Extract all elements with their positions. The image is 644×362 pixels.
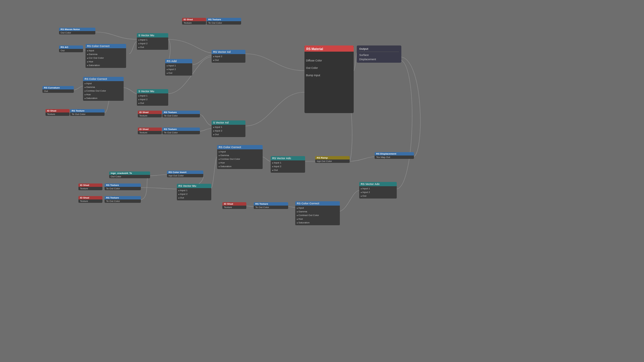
id-shad-mid-sub: Texture bbox=[46, 112, 70, 116]
rs-ao-sub: Out bbox=[59, 49, 83, 52]
id-shad-mid3-sub: Texture bbox=[138, 131, 162, 134]
rs-vector-add1-header: RS Vector Ad bbox=[212, 50, 245, 54]
rs-texture-bot2-node[interactable]: RS Texture Te Out Color bbox=[105, 196, 141, 203]
s-vector-mu1-body: Input 1Input 2Out bbox=[137, 37, 168, 50]
id-shad-mid-header: ID Shad bbox=[46, 109, 70, 112]
id-shad-bot2-sub: Texture bbox=[78, 199, 102, 203]
id-shad-mid3-header: ID Shad bbox=[138, 128, 162, 131]
rs-color-invert-node[interactable]: RS Color Invert Inpi Out Color bbox=[167, 171, 203, 177]
output-node-header: Output bbox=[359, 47, 399, 52]
rs-texture-mid-sub: Te Out Color bbox=[70, 112, 105, 116]
rs-maxon-noise-sub: Out Color bbox=[59, 31, 95, 34]
rs-vector-add3-body: Input 1Input 2Out bbox=[271, 160, 305, 173]
s-vector-mu3-node[interactable]: RS Vector Mu Input 1Input 2Out bbox=[177, 184, 211, 200]
s-vector-mu2-body: Input 1Input 2Out bbox=[137, 93, 168, 106]
rs-color-correct3-header: RS Color Correct bbox=[217, 145, 263, 149]
rs-texture-bot2-header: RS Texture bbox=[105, 196, 141, 199]
s-vector-mu1-header: S Vector Mu bbox=[137, 33, 168, 37]
rs-texture-mid2-node[interactable]: RS Texture Te Out Color bbox=[162, 111, 200, 117]
rs-texture-bot1-sub: Te Out Color bbox=[105, 187, 141, 190]
rs-texture-bot1-node[interactable]: RS Texture Te Out Color bbox=[105, 183, 141, 190]
s-vector-mu3-header: RS Vector Mu bbox=[177, 184, 211, 188]
id-shad-top-sub: Texture bbox=[182, 21, 206, 25]
rs-texture-top-header: RS Texture bbox=[207, 18, 241, 21]
rs-add-node[interactable]: RS Add Input 1Input 2Out bbox=[165, 59, 192, 76]
rs-displacement-sub: Tex Map Out bbox=[375, 155, 414, 159]
s-vector-mu2-header: S Vector Mu bbox=[137, 89, 168, 93]
rs-color-correct4-body: InputGammaContrast Out ColorHueSaturatio… bbox=[295, 206, 340, 225]
rs-vector-add4-node[interactable]: RS Vector Adc Input 1Input 2Out bbox=[359, 182, 397, 199]
id-shad-bot2-node[interactable]: ID Shad Texture bbox=[78, 196, 102, 203]
rs-texture-mid-header: RS Texture bbox=[70, 109, 105, 112]
rs-texture-bot1-header: RS Texture bbox=[105, 183, 141, 187]
rs-material-header: RS Material bbox=[304, 46, 354, 52]
rs-curvature-sub: Out bbox=[42, 89, 74, 93]
s-vector-add2-body: Input 1Input 2Out bbox=[212, 125, 245, 137]
id-shad-mid2-node[interactable]: ID Shad Texture bbox=[138, 111, 162, 117]
id-shad-bot3-header: ID Shad bbox=[222, 202, 246, 206]
output-displacement: Displacement bbox=[359, 57, 399, 61]
rs-color-correct4-header: RS Color Correct bbox=[295, 201, 340, 206]
rs-displacement-header: RS Displacement bbox=[375, 152, 414, 155]
rs-color-invert-header: RS Color Invert bbox=[167, 171, 203, 174]
rs-texture-mid2-sub: Te Out Color bbox=[162, 114, 200, 117]
rs-texture-mid3-sub: Te Out Color bbox=[162, 131, 200, 134]
rs-color-correct2-body: InputGammaContras Out ColorHueSaturation bbox=[83, 81, 124, 101]
rs-material-node[interactable]: RS Material Diffuse Color Out Color Bump… bbox=[304, 45, 354, 113]
rs-ao-node[interactable]: RS AO Out bbox=[59, 45, 83, 52]
id-shad-mid-node[interactable]: ID Shad Texture bbox=[46, 109, 70, 116]
id-shad-top-node[interactable]: ID Shad Texture bbox=[182, 18, 206, 25]
id-shad-bot1-sub: Texture bbox=[78, 187, 102, 190]
rs-color-invert-sub: Inpi Out Color bbox=[167, 174, 203, 177]
rs-vector-add1-body: Input 2Out bbox=[212, 54, 245, 63]
rs-color-correct4-node[interactable]: RS Color Correct InputGammaContrast Out … bbox=[295, 201, 340, 225]
s-vector-mu1-node[interactable]: S Vector Mu Input 1Input 2Out bbox=[137, 33, 168, 50]
id-shad-bot3-sub: Texture bbox=[222, 206, 246, 209]
rs-texture-bot3-sub: Te Out Color bbox=[254, 206, 288, 209]
rs-vector-add4-header: RS Vector Adc bbox=[359, 182, 397, 186]
rs-maxon-noise-header: RS Maxon Noise bbox=[59, 28, 95, 31]
rs-color-correct3-node[interactable]: RS Color Correct InputGammaContras Out C… bbox=[217, 145, 263, 169]
image-cracked-header: inge_cracked4: Te bbox=[109, 171, 150, 175]
rs-texture-top-node[interactable]: RS Texture Te Out Color bbox=[207, 18, 241, 25]
rs-add-header: RS Add bbox=[165, 59, 192, 63]
rs-color-correct3-body: InputGammaContras Out ColorHueSaturation bbox=[217, 149, 263, 169]
rs-curvature-node[interactable]: RS Curvature Out bbox=[42, 86, 74, 93]
id-shad-bot2-header: ID Shad bbox=[78, 196, 102, 199]
rs-vector-add1-node[interactable]: RS Vector Ad Input 2Out bbox=[212, 50, 245, 63]
id-shad-bot1-header: ID Shad bbox=[78, 183, 102, 187]
output-node[interactable]: Output Surface Displacement bbox=[357, 45, 401, 63]
rs-color-correct1-header: RS Color Correct bbox=[85, 44, 126, 48]
rs-color-correct1-node[interactable]: RS Color Correct InputGammaCor Out Color… bbox=[85, 44, 126, 68]
image-cracked-node[interactable]: inge_cracked4: Te Out Color bbox=[109, 171, 150, 178]
rs-vector-add4-body: Input 1Input 2Out bbox=[359, 186, 397, 199]
rs-maxon-noise-node[interactable]: RS Maxon Noise Out Color bbox=[59, 28, 95, 34]
image-cracked-sub: Out Color bbox=[109, 175, 150, 178]
rs-texture-mid2-header: RS Texture bbox=[162, 111, 200, 114]
rs-texture-mid3-node[interactable]: RS Texture Te Out Color bbox=[162, 128, 200, 134]
rs-ramp-header: RS Ramp bbox=[315, 156, 350, 159]
rs-displacement-node[interactable]: RS Displacement Tex Map Out bbox=[375, 152, 414, 159]
id-shad-bot3-node[interactable]: ID Shad Texture bbox=[222, 202, 246, 209]
rs-ao-header: RS AO bbox=[59, 45, 83, 49]
rs-material-body: Diffuse Color Out Color Bump Input bbox=[304, 52, 354, 84]
id-shad-mid3-node[interactable]: ID Shad Texture bbox=[138, 128, 162, 134]
id-shad-top-header: ID Shad bbox=[182, 18, 206, 21]
id-shad-mid2-header: ID Shad bbox=[138, 111, 162, 114]
rs-color-correct2-node[interactable]: RS Color Correct InputGammaContras Out C… bbox=[83, 77, 124, 101]
rs-texture-mid-node[interactable]: RS Texture Te Out Color bbox=[70, 109, 105, 116]
rs-texture-top-sub: Te Out Color bbox=[207, 21, 241, 25]
id-shad-bot1-node[interactable]: ID Shad Texture bbox=[78, 183, 102, 190]
rs-texture-bot3-header: RS Texture bbox=[254, 202, 288, 206]
rs-texture-bot3-node[interactable]: RS Texture Te Out Color bbox=[254, 202, 288, 209]
rs-color-correct1-body: InputGammaCor Out ColorHueSaturation bbox=[85, 48, 126, 68]
rs-vector-add3-node[interactable]: RS Vector Adc Input 1Input 2Out bbox=[271, 156, 305, 173]
s-vector-add2-node[interactable]: S Vector Ad Input 1Input 2Out bbox=[212, 120, 245, 137]
s-vector-mu2-node[interactable]: S Vector Mu Input 1Input 2Out bbox=[137, 89, 168, 106]
rs-color-correct2-header: RS Color Correct bbox=[83, 77, 124, 81]
id-shad-mid2-sub: Texture bbox=[138, 114, 162, 117]
output-surface: Surface bbox=[359, 53, 399, 57]
rs-ramp-node[interactable]: RS Ramp Inpi Out Color bbox=[315, 156, 350, 163]
s-vector-mu3-body: Input 1Input 2Out bbox=[177, 188, 211, 200]
rs-texture-bot2-sub: Te Out Color bbox=[105, 199, 141, 203]
